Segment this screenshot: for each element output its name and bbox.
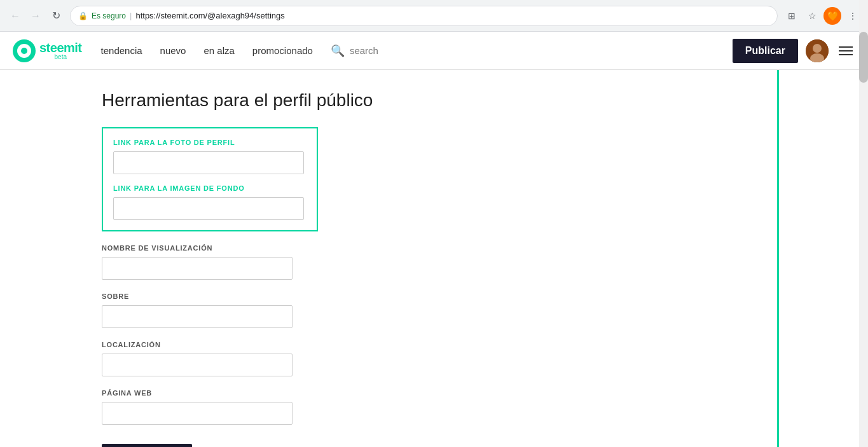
main-content: Herramientas para el perfil público LINK… <box>0 70 572 447</box>
background-image-input[interactable] <box>113 197 304 220</box>
location-group: LOCALIZACIÓN <box>102 341 471 376</box>
nav-en-alza[interactable]: en alza <box>203 45 234 56</box>
profile-photo-group: LINK PARA LA FOTO DE PERFIL <box>113 139 307 174</box>
separator: | <box>130 11 132 20</box>
browser-actions: ⊞ ☆ 🧡 ⋮ <box>783 7 862 25</box>
logo-text-container: steemit beta <box>39 41 82 60</box>
nav-links: tendencia nuevo en alza promocionado 🔍 <box>101 44 733 58</box>
back-icon: ← <box>10 10 20 22</box>
forward-button[interactable]: → <box>27 7 45 25</box>
background-image-group: LINK PARA LA IMAGEN DE FONDO <box>113 184 307 220</box>
display-name-label: NOMBRE DE VISUALIZACIÓN <box>102 244 471 252</box>
hamburger-line-3 <box>839 54 853 55</box>
about-label: SOBRE <box>102 292 471 300</box>
nav-nuevo[interactable]: nuevo <box>160 45 186 56</box>
update-button[interactable]: Actualizar <box>102 444 192 447</box>
green-bordered-section: LINK PARA LA FOTO DE PERFIL LINK PARA LA… <box>102 127 318 231</box>
page-title: Herramientas para el perfil público <box>102 89 471 112</box>
url-text: https://steemit.com/@alexagh94/settings <box>135 11 284 20</box>
user-avatar-image <box>806 39 829 62</box>
navbar-right: Publicar <box>733 39 855 63</box>
reload-button[interactable]: ↻ <box>47 7 65 25</box>
about-group: SOBRE <box>102 292 471 328</box>
profile-photo-label: LINK PARA LA FOTO DE PERFIL <box>113 139 307 146</box>
nav-buttons: ← → ↻ <box>6 7 65 25</box>
website-group: PÁGINA WEB <box>102 389 471 425</box>
address-bar[interactable]: 🔒 Es seguro | https://steemit.com/@alexa… <box>70 6 778 26</box>
star-button[interactable]: ☆ <box>803 7 821 25</box>
page-wrapper: Herramientas para el perfil público LINK… <box>0 70 868 447</box>
profile-photo-input[interactable] <box>113 151 304 174</box>
display-name-input[interactable] <box>102 257 293 280</box>
logo-text: steemit <box>39 41 82 54</box>
user-avatar[interactable] <box>806 39 829 62</box>
publish-button[interactable]: Publicar <box>733 39 798 63</box>
website-input[interactable] <box>102 402 293 425</box>
teal-vertical-line <box>777 70 779 447</box>
nav-promocionado[interactable]: promocionado <box>252 45 313 56</box>
steemit-navbar: steemit beta tendencia nuevo en alza pro… <box>0 32 868 70</box>
lock-icon: 🔒 <box>78 11 88 20</box>
extensions-button[interactable]: ⊞ <box>783 7 801 25</box>
logo-beta: beta <box>39 54 82 60</box>
reload-icon: ↻ <box>52 10 60 22</box>
website-label: PÁGINA WEB <box>102 389 471 397</box>
search-input[interactable] <box>350 45 413 56</box>
browser-profile-avatar[interactable]: 🧡 <box>823 7 841 25</box>
logo-circle-icon <box>13 39 36 62</box>
browser-chrome: ← → ↻ 🔒 Es seguro | https://steemit.com/… <box>0 0 868 32</box>
location-input[interactable] <box>102 354 293 376</box>
forward-icon: → <box>31 10 41 22</box>
hamburger-menu-button[interactable] <box>836 44 855 58</box>
background-image-label: LINK PARA LA IMAGEN DE FONDO <box>113 184 307 192</box>
scrollbar-thumb[interactable] <box>859 32 868 83</box>
hamburger-line-1 <box>839 46 853 48</box>
location-label: LOCALIZACIÓN <box>102 341 471 348</box>
steemit-logo[interactable]: steemit beta <box>13 39 82 62</box>
svg-point-1 <box>813 44 822 53</box>
display-name-group: NOMBRE DE VISUALIZACIÓN <box>102 244 471 280</box>
search-area: 🔍 <box>331 44 413 58</box>
secure-text: Es seguro <box>92 11 126 20</box>
scrollbar-track <box>859 0 868 447</box>
back-button[interactable]: ← <box>6 7 24 25</box>
search-icon[interactable]: 🔍 <box>331 44 345 58</box>
about-input[interactable] <box>102 305 293 328</box>
hamburger-line-2 <box>839 50 853 52</box>
logo-dot <box>21 48 27 54</box>
logo-inner-circle <box>17 44 31 58</box>
nav-tendencia[interactable]: tendencia <box>101 45 142 56</box>
